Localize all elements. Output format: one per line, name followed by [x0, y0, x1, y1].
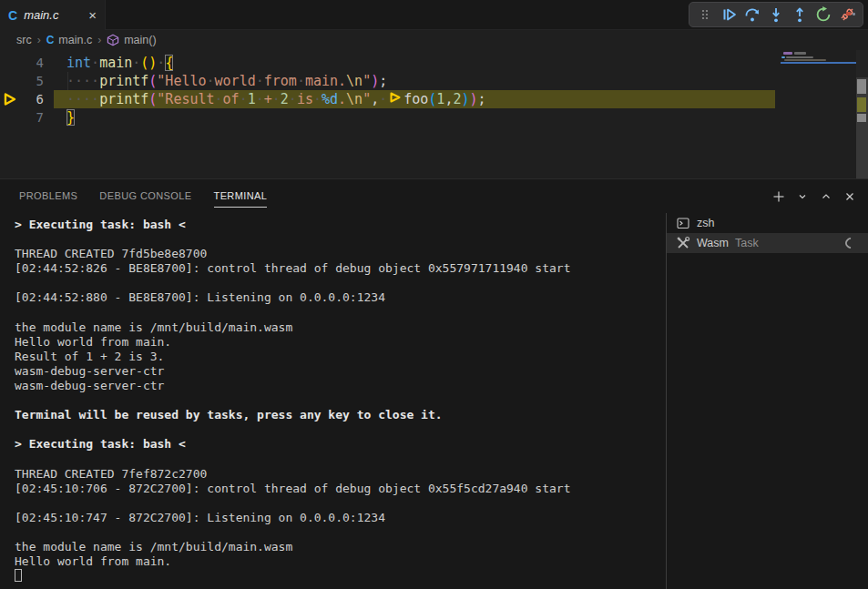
breadcrumb-src[interactable]: src	[16, 34, 32, 46]
terminal-line: wasm-debug-server-ctr	[0, 379, 666, 393]
step-over-button[interactable]	[741, 4, 763, 25]
terminal-tabs-list: zsh Wasm Task	[667, 213, 868, 253]
terminal-line: THREAD CREATED 7fef872c2700	[0, 467, 666, 482]
breadcrumb-label: main()	[124, 34, 156, 46]
code-token: ;	[478, 91, 486, 107]
minimap[interactable]	[781, 50, 856, 178]
code-line[interactable]: 4int·main·()·{	[0, 54, 868, 72]
breakpoint-margin[interactable]	[0, 72, 26, 90]
line-number: 5	[26, 72, 44, 90]
breakpoint-margin[interactable]	[0, 108, 26, 127]
close-icon[interactable]: ×	[88, 8, 97, 22]
breadcrumb-main-c[interactable]: C main.c	[46, 34, 93, 46]
code-token: (	[148, 73, 157, 89]
panel-tab-bar: PROBLEMS DEBUG CONSOLE TERMINAL	[0, 179, 868, 208]
terminal-line	[0, 393, 666, 408]
code-token: (	[148, 91, 157, 107]
step-out-icon	[791, 5, 809, 24]
terminal-tab-zsh[interactable]: zsh	[667, 213, 868, 233]
c-file-icon: C	[46, 34, 55, 46]
code-token: ·	[379, 91, 387, 107]
code-line-content[interactable]: int·main·()·{	[44, 54, 173, 72]
code-token: ·	[297, 73, 305, 89]
code-token: )	[371, 73, 379, 89]
terminal-line: > Executing task: bash <	[0, 218, 666, 232]
terminal-line: the module name is /mnt/build/main.wasm	[0, 540, 666, 554]
code-line-content[interactable]: ····printf("Hello·world·from·main.\n");	[44, 72, 387, 90]
code-line-content[interactable]: }	[44, 108, 75, 127]
terminal-cursor	[15, 569, 22, 582]
code-token: 2	[281, 91, 289, 107]
close-panel-button[interactable]	[841, 188, 859, 206]
tab-problems[interactable]: PROBLEMS	[19, 190, 77, 208]
terminal-tab-label: Wasm	[697, 237, 729, 249]
step-out-button[interactable]	[789, 4, 811, 25]
code-line-content[interactable]: ····printf("Result·of·1·+·2·is·%d.\n",·f…	[44, 90, 486, 108]
code-token: is	[297, 91, 313, 107]
new-terminal-button[interactable]	[770, 188, 788, 206]
minimap-line	[781, 56, 785, 58]
terminal-line: Hello world from main.	[0, 335, 666, 350]
terminal-line: > Executing task: bash <	[0, 437, 666, 452]
code-token: ·	[132, 55, 140, 71]
code-token: ,	[371, 91, 379, 107]
tab-terminal[interactable]: TERMINAL	[214, 190, 268, 208]
tab-main-c[interactable]: C main.c ×	[0, 0, 106, 30]
code-editor[interactable]: 4int·main·()·{5····printf("Hello·world·f…	[0, 50, 868, 178]
breakpoint-margin[interactable]	[0, 90, 26, 108]
code-token: {	[165, 55, 173, 71]
chevron-right-icon: ›	[97, 34, 101, 46]
minimap-highlight-line	[781, 62, 867, 64]
vscode-window: C main.c ×	[0, 0, 868, 589]
minimap-line	[794, 52, 806, 55]
tab-debug-console[interactable]: DEBUG CONSOLE	[99, 190, 191, 208]
overview-current-line-mark	[857, 97, 866, 112]
step-over-icon	[743, 5, 761, 24]
terminal-line: THREAD CREATED 7fd5be8e8700	[0, 247, 666, 261]
terminal-line	[0, 232, 666, 247]
terminal-output[interactable]: > Executing task: bash < THREAD CREATED …	[0, 218, 666, 589]
c-file-icon: C	[8, 8, 17, 23]
drag-handle[interactable]	[694, 4, 716, 25]
gripper-icon	[698, 7, 712, 22]
symbol-method-icon	[107, 34, 119, 46]
editor-tab-bar: C main.c ×	[0, 0, 868, 30]
terminal-tab-wasm-task[interactable]: Wasm Task	[667, 233, 868, 253]
debug-hint-icon	[387, 91, 403, 104]
code-token: "Hello	[157, 73, 206, 89]
terminal-line: wasm-debug-server-ctr	[0, 364, 666, 379]
code-token: ·	[207, 73, 215, 89]
breadcrumb-label: src	[16, 34, 32, 46]
bottom-panel: PROBLEMS DEBUG CONSOLE TERMINAL	[0, 178, 868, 589]
terminal-sidebar-divider	[666, 213, 667, 589]
code-token: +	[264, 91, 272, 107]
breadcrumb-main-fn[interactable]: main()	[107, 34, 156, 46]
maximize-panel-button[interactable]	[817, 188, 835, 206]
code-line[interactable]: 7}	[0, 108, 868, 127]
chevron-down-icon	[796, 190, 809, 203]
debug-toolbar	[689, 2, 863, 27]
code-line[interactable]: 6····printf("Result·of·1·+·2·is·%d.\n",·…	[0, 90, 868, 108]
terminal-dropdown-button[interactable]	[793, 188, 812, 206]
code-token: }	[66, 109, 75, 126]
code-token: printf	[99, 73, 148, 89]
continue-button[interactable]	[718, 4, 740, 25]
code-token: 1	[248, 91, 256, 107]
terminal-line: Result of 1 + 2 is 3.	[0, 350, 666, 364]
code-token: \n	[346, 91, 363, 107]
debug-hint-icon	[389, 91, 402, 104]
restart-button[interactable]	[812, 4, 834, 25]
code-token: ·	[256, 73, 264, 89]
terminal-line	[0, 452, 666, 467]
breadcrumb: src › C main.c › main()	[0, 30, 868, 50]
breakpoint-margin[interactable]	[0, 54, 26, 72]
terminal-line: [02:44:52:880 - BE8E8700]: Listening on …	[0, 290, 666, 305]
line-number: 6	[26, 90, 44, 108]
step-into-button[interactable]	[765, 4, 787, 25]
code-line[interactable]: 5····printf("Hello·world·from·main.\n");	[0, 72, 868, 90]
line-number: 7	[26, 108, 44, 127]
code-token: %d	[322, 91, 338, 107]
editor-lines: 4int·main·()·{5····printf("Hello·world·f…	[0, 54, 868, 127]
gray-indicator-dot	[853, 13, 855, 15]
editor-scrollbar[interactable]	[856, 50, 868, 178]
